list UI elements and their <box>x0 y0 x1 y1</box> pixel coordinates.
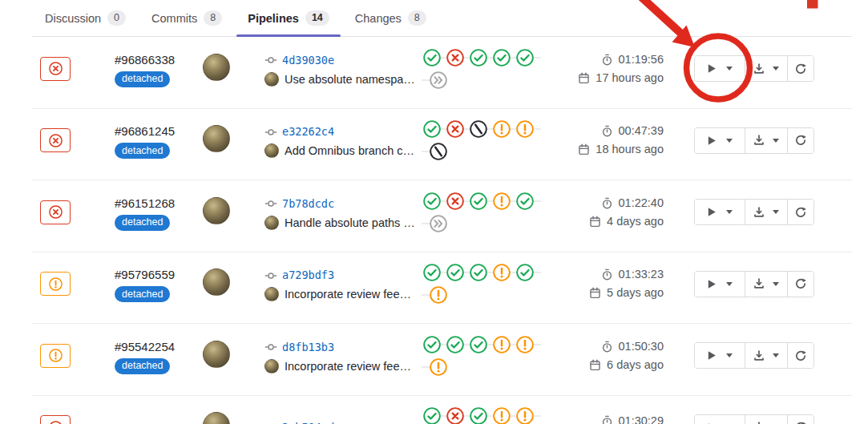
stage-icon-failed[interactable] <box>446 49 464 67</box>
calendar-icon <box>578 72 590 84</box>
commit-sha-link[interactable]: e32262c4 <box>282 123 334 141</box>
stage-icon-warning[interactable] <box>516 407 534 424</box>
stage-icon-passed[interactable] <box>423 336 441 353</box>
commit-sha-link[interactable]: 7b78dcdc <box>282 195 334 213</box>
stage-icon-passed[interactable] <box>423 192 441 210</box>
pipeline-status-icon[interactable] <box>40 272 71 296</box>
stage-icon-passed[interactable] <box>470 264 487 281</box>
artifacts-download-button[interactable] <box>745 343 787 368</box>
stage-icon-warning[interactable] <box>493 192 511 210</box>
commit-message[interactable]: Handle absolute paths … <box>285 216 415 229</box>
stage-icon-warning[interactable] <box>516 336 534 353</box>
stage-icon-passed[interactable] <box>423 407 441 424</box>
retry-pipeline-button[interactable] <box>787 128 813 153</box>
commit-author-avatar[interactable] <box>264 287 279 301</box>
stage-icon-passed[interactable] <box>446 336 464 353</box>
retry-pipeline-button[interactable] <box>787 343 813 368</box>
stage-icon-passed[interactable] <box>470 407 487 424</box>
stage-icon-passed[interactable] <box>423 120 441 138</box>
stage-icon-warning[interactable] <box>516 120 534 138</box>
manual-play-button[interactable] <box>695 415 745 424</box>
stage-icon-passed[interactable] <box>516 49 534 67</box>
tab-discussion[interactable]: Discussion 0 <box>32 0 139 36</box>
pipeline-id-link[interactable]: #95542254 <box>112 337 203 356</box>
tab-commits[interactable]: Commits 8 <box>139 0 235 36</box>
commit-author-avatar[interactable] <box>264 143 279 158</box>
tab-pipelines[interactable]: Pipelines 14 <box>235 0 342 36</box>
stage-icon-passed[interactable] <box>516 264 534 281</box>
stage-icon-canceled[interactable] <box>470 120 487 138</box>
play-icon <box>707 207 717 217</box>
manual-play-button[interactable] <box>695 200 745 224</box>
avatar[interactable] <box>203 54 230 81</box>
stage-icon-skipped[interactable] <box>430 71 447 89</box>
commit-message[interactable]: Add Omnibus branch c… <box>285 144 414 157</box>
artifacts-download-button[interactable] <box>745 415 787 424</box>
commit-message[interactable]: Use absolute namespa… <box>285 73 415 86</box>
stage-icon-warning[interactable] <box>430 286 447 304</box>
pipeline-status-cell <box>32 415 112 424</box>
stage-icon-canceled[interactable] <box>430 143 447 160</box>
stage-icon-failed[interactable] <box>446 120 464 138</box>
manual-play-button[interactable] <box>695 272 745 297</box>
stage-icons-row-2 <box>430 358 447 376</box>
stage-icon-passed[interactable] <box>470 192 487 210</box>
retry-pipeline-button[interactable] <box>787 200 813 224</box>
commit-author-avatar[interactable] <box>264 359 279 374</box>
stage-icon-warning[interactable] <box>493 264 511 281</box>
commit-sha-link[interactable]: a729bdf3 <box>282 266 334 285</box>
pipeline-actions-group <box>694 55 814 82</box>
pipeline-status-icon[interactable] <box>40 128 71 152</box>
artifacts-download-button[interactable] <box>745 128 787 153</box>
stage-icon-skipped[interactable] <box>430 215 447 232</box>
retry-pipeline-button[interactable] <box>787 272 813 297</box>
pipeline-status-icon[interactable] <box>40 344 71 368</box>
pipeline-status-icon[interactable] <box>40 415 71 424</box>
stage-icon-failed[interactable] <box>446 407 464 424</box>
commit-sha-link[interactable]: 3cb584cd <box>282 418 334 424</box>
pipeline-id-link[interactable]: #96861245 <box>112 122 203 140</box>
pipeline-id-link[interactable]: #96866338 <box>112 50 203 69</box>
stage-icon-passed[interactable] <box>470 49 487 67</box>
stage-icon-passed[interactable] <box>493 49 511 67</box>
retry-pipeline-button[interactable] <box>787 415 813 424</box>
commit-author-avatar[interactable] <box>264 216 279 230</box>
manual-play-button[interactable] <box>695 56 745 81</box>
tab-changes[interactable]: Changes 8 <box>342 0 439 36</box>
stage-icon-warning[interactable] <box>493 120 511 138</box>
avatar[interactable] <box>203 197 230 224</box>
avatar[interactable] <box>203 341 230 368</box>
commit-message-line: Use absolute namespa… <box>264 72 423 87</box>
manual-play-button[interactable] <box>695 343 745 368</box>
stage-icon-warning[interactable] <box>430 358 447 376</box>
commit-sha-link[interactable]: 4d39030e <box>282 51 334 70</box>
pipeline-status-icon[interactable] <box>40 200 71 224</box>
artifacts-download-button[interactable] <box>745 272 787 297</box>
pipeline-status-icon[interactable] <box>40 57 71 81</box>
stage-icon-warning[interactable] <box>493 336 511 353</box>
commit-message[interactable]: Incorporate review fee… <box>285 288 411 301</box>
stage-icon-passed[interactable] <box>470 336 487 353</box>
stage-icon-passed[interactable] <box>423 49 441 67</box>
stage-icons-row-1 <box>423 49 534 67</box>
avatar[interactable] <box>203 125 230 152</box>
pipeline-id-link[interactable]: #95531701 <box>112 418 203 424</box>
commit-message[interactable]: Incorporate review fee… <box>285 360 411 373</box>
retry-pipeline-button[interactable] <box>787 56 813 81</box>
commit-sha-link[interactable]: d8fb13b3 <box>282 338 334 357</box>
commit-author-avatar[interactable] <box>264 72 279 87</box>
artifacts-download-button[interactable] <box>745 56 787 81</box>
stage-icon-passed[interactable] <box>446 264 464 281</box>
stage-icon-passed[interactable] <box>516 192 534 210</box>
pipeline-meta-cell: 01:22:40 4 days ago <box>539 194 664 238</box>
artifacts-download-button[interactable] <box>745 200 787 224</box>
pipeline-id-link[interactable]: #96151268 <box>112 194 203 212</box>
stage-icon-failed[interactable] <box>446 192 464 210</box>
commit-cell: e32262c4 Add Omnibus branch c… <box>264 123 423 165</box>
avatar[interactable] <box>203 269 230 296</box>
stage-icon-warning[interactable] <box>493 407 511 424</box>
pipeline-id-link[interactable]: #95796559 <box>112 265 203 284</box>
stage-icon-passed[interactable] <box>423 264 441 281</box>
avatar[interactable] <box>203 412 230 424</box>
manual-play-button[interactable] <box>695 128 745 153</box>
